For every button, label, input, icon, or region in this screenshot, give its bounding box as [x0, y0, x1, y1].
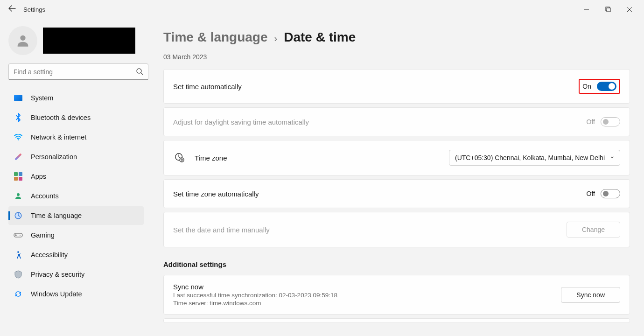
- sidebar-item-label: Network & internet: [31, 133, 86, 141]
- sidebar-item-label: Accounts: [31, 192, 59, 200]
- row-set-time-automatically: Set time automatically On: [163, 69, 630, 104]
- sync-last: Last successful time synchronization: 02…: [173, 292, 337, 299]
- close-button[interactable]: [619, 0, 640, 19]
- svg-point-3: [137, 69, 141, 73]
- toggle-state: Off: [587, 118, 595, 126]
- minimize-button[interactable]: [576, 0, 597, 19]
- svg-point-5: [17, 193, 20, 196]
- sidebar-item-label: Apps: [31, 173, 46, 180]
- sidebar-item-label: Time & language: [31, 212, 82, 219]
- row-sync-now: Sync now Last successful time synchroniz…: [163, 275, 630, 315]
- avatar: [8, 26, 37, 55]
- sync-server: Time server: time.windows.com: [173, 300, 337, 307]
- sidebar-item-privacy[interactable]: Privacy & security: [8, 265, 144, 284]
- sidebar-item-gaming[interactable]: Gaming: [8, 226, 144, 245]
- toggle-state: On: [582, 83, 591, 90]
- row-label: Set the date and time manually: [173, 226, 270, 234]
- clock-globe-icon: [13, 210, 23, 221]
- row-set-tz-automatically: Set time zone automatically Off: [163, 179, 630, 208]
- bluetooth-icon: [13, 112, 23, 123]
- app-title: Settings: [23, 6, 45, 13]
- accounts-icon: [13, 191, 23, 201]
- sidebar-item-label: System: [31, 94, 53, 102]
- shield-icon: [13, 269, 23, 280]
- sidebar-item-label: Personalization: [31, 153, 77, 161]
- row-label: Set time zone automatically: [173, 190, 259, 198]
- sidebar-item-label: Accessibility: [31, 251, 68, 259]
- sidebar-item-label: Gaming: [31, 231, 55, 239]
- section-heading-additional: Additional settings: [163, 260, 630, 268]
- sidebar-item-label: Windows Update: [31, 290, 82, 298]
- svg-point-2: [20, 35, 25, 41]
- apps-icon: [13, 171, 23, 182]
- sync-title: Sync now: [173, 283, 337, 291]
- search-input[interactable]: [14, 68, 132, 76]
- row-adjust-dst: Adjust for daylight saving time automati…: [163, 107, 630, 136]
- svg-rect-1: [607, 8, 610, 12]
- page-title: Date & time: [284, 30, 356, 45]
- sidebar-item-accounts[interactable]: Accounts: [8, 187, 144, 205]
- sidebar-item-network[interactable]: Network & internet: [8, 128, 144, 147]
- time-zone-icon: [173, 153, 186, 163]
- sidebar-item-accessibility[interactable]: Accessibility: [8, 245, 144, 264]
- search-icon: [136, 68, 143, 77]
- person-icon: [15, 33, 31, 49]
- sidebar-item-label: Bluetooth & devices: [31, 114, 91, 121]
- breadcrumb-parent[interactable]: Time & language: [163, 30, 268, 45]
- row-placeholder: [163, 318, 630, 323]
- window-controls: [576, 0, 640, 19]
- sidebar-item-time-language[interactable]: Time & language: [8, 206, 144, 225]
- system-icon: [13, 93, 23, 103]
- update-icon: [13, 289, 23, 299]
- sidebar-item-apps[interactable]: Apps: [8, 167, 144, 186]
- gaming-icon: [13, 230, 23, 240]
- row-label: Time zone: [195, 154, 227, 162]
- personalization-icon: [13, 152, 23, 162]
- wifi-icon: [13, 132, 23, 142]
- row-label: Adjust for daylight saving time automati…: [173, 118, 309, 126]
- back-button[interactable]: [4, 5, 21, 14]
- svg-point-9: [17, 251, 19, 253]
- time-zone-dropdown[interactable]: (UTC+05:30) Chennai, Kolkata, Mumbai, Ne…: [449, 150, 620, 166]
- toggle-adjust-dst: [601, 117, 620, 126]
- sidebar-item-personalization[interactable]: Personalization: [8, 147, 144, 166]
- highlight-annotation: On: [579, 79, 620, 94]
- search-box[interactable]: [8, 63, 148, 80]
- current-date: 03 March 2023: [163, 53, 630, 61]
- minimize-icon: [584, 7, 589, 12]
- row-time-zone: Time zone (UTC+05:30) Chennai, Kolkata, …: [163, 140, 630, 175]
- sync-now-button[interactable]: Sync now: [561, 287, 620, 303]
- toggle-set-tz-automatically[interactable]: [601, 189, 620, 198]
- back-arrow-icon: [8, 5, 16, 12]
- sidebar: System Bluetooth & devices Network & int…: [0, 19, 149, 336]
- maximize-icon: [605, 7, 611, 12]
- sidebar-item-label: Privacy & security: [31, 271, 84, 278]
- toggle-state: Off: [587, 190, 595, 197]
- breadcrumb: Time & language › Date & time: [163, 30, 630, 45]
- main-content: Time & language › Date & time 03 March 2…: [149, 19, 644, 336]
- account-block[interactable]: [8, 23, 144, 63]
- svg-point-4: [18, 139, 19, 140]
- close-icon: [627, 7, 632, 12]
- nav-list: System Bluetooth & devices Network & int…: [8, 89, 144, 303]
- sidebar-item-system[interactable]: System: [8, 89, 144, 107]
- chevron-right-icon: ›: [274, 33, 278, 44]
- dropdown-value: (UTC+05:30) Chennai, Kolkata, Mumbai, Ne…: [455, 154, 605, 161]
- toggle-set-time-automatically[interactable]: [597, 82, 616, 91]
- svg-point-8: [20, 235, 21, 236]
- titlebar: Settings: [0, 0, 644, 19]
- row-label: Set time automatically: [173, 83, 242, 91]
- maximize-button[interactable]: [597, 0, 619, 19]
- accessibility-icon: [13, 250, 23, 260]
- row-set-manually: Set the date and time manually Change: [163, 212, 630, 247]
- change-button: Change: [567, 222, 620, 238]
- account-name-redacted: [43, 28, 135, 54]
- sidebar-item-windows-update[interactable]: Windows Update: [8, 285, 144, 303]
- sidebar-item-bluetooth[interactable]: Bluetooth & devices: [8, 108, 144, 127]
